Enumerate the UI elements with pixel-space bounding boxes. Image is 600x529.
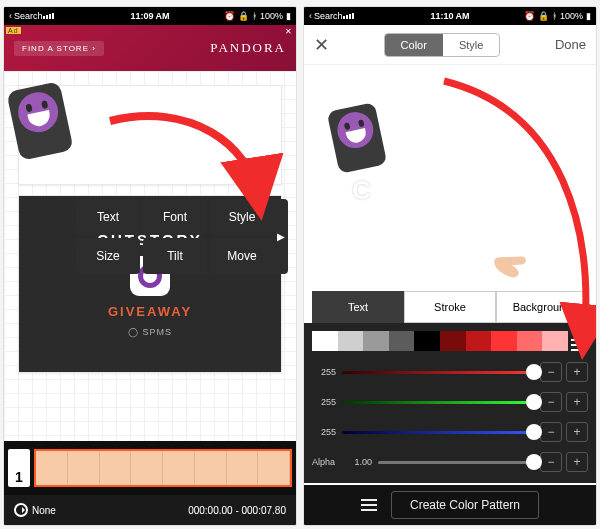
smiley-face-icon bbox=[334, 109, 377, 152]
smiley-face-icon bbox=[14, 88, 61, 135]
battery-icon: ▮ bbox=[586, 11, 591, 21]
minus-button[interactable]: − bbox=[540, 362, 562, 382]
pattern-bar: Create Color Pattern bbox=[304, 485, 596, 525]
red-track[interactable] bbox=[342, 371, 534, 374]
color-style-segment[interactable]: Color Style bbox=[384, 33, 501, 57]
popup-move[interactable]: Move bbox=[210, 238, 274, 274]
alpha-track[interactable] bbox=[378, 461, 534, 464]
status-time: 11:09 AM bbox=[130, 11, 169, 21]
bluetooth-icon: ᚼ bbox=[252, 11, 257, 21]
slider-thumb[interactable] bbox=[526, 424, 542, 440]
slider-red[interactable]: 255 −+ bbox=[312, 359, 588, 385]
left-screen: ‹ Search 11:09 AM ⏰ 🔒 ᚼ 100% ▮ Ad FIND A… bbox=[3, 6, 297, 526]
alarm-icon: ⏰ bbox=[524, 11, 535, 21]
swatch[interactable] bbox=[312, 331, 338, 351]
clip-index[interactable]: 1 bbox=[8, 449, 30, 487]
swatch[interactable] bbox=[338, 331, 364, 351]
plus-button[interactable]: + bbox=[566, 362, 588, 382]
rotation-lock-icon: 🔒 bbox=[538, 11, 549, 21]
green-value: 255 bbox=[312, 397, 336, 407]
plus-button[interactable]: + bbox=[566, 422, 588, 442]
editor-canvas[interactable]: Text Font Style Size Tilt Move ▶ CUTSTOR… bbox=[4, 71, 296, 441]
slider-green[interactable]: 255 −+ bbox=[312, 389, 588, 415]
ad-close-icon[interactable]: ✕ bbox=[284, 27, 294, 37]
battery-icon: ▮ bbox=[286, 11, 291, 21]
popup-size[interactable]: Size bbox=[76, 238, 140, 274]
ad-tag: Ad bbox=[6, 27, 21, 34]
time-range: 000:00.00 - 000:07.80 bbox=[188, 505, 286, 516]
segment-style[interactable]: Style bbox=[443, 34, 499, 56]
status-back[interactable]: ‹ Search bbox=[309, 11, 343, 21]
promo-credit: ◯ SPMS bbox=[128, 327, 172, 337]
slider-thumb[interactable] bbox=[526, 454, 542, 470]
style-header: ✕ Color Style Done bbox=[304, 25, 596, 65]
preview-text[interactable]: C bbox=[352, 175, 371, 206]
minus-button[interactable]: − bbox=[540, 392, 562, 412]
phone-sticker[interactable] bbox=[6, 81, 73, 161]
segment-color[interactable]: Color bbox=[385, 34, 443, 56]
clip-strip[interactable] bbox=[34, 449, 292, 487]
annotation-arrow bbox=[100, 107, 270, 221]
minus-button[interactable]: − bbox=[540, 452, 562, 472]
blue-value: 255 bbox=[312, 427, 336, 437]
status-back[interactable]: ‹ Search bbox=[9, 11, 43, 21]
style-preview[interactable]: C bbox=[304, 65, 596, 291]
signal-icon bbox=[343, 13, 354, 19]
battery-pct: 100% bbox=[560, 11, 583, 21]
rotation-lock-icon: 🔒 bbox=[238, 11, 249, 21]
bottom-bar: None 000:00.00 - 000:07.80 bbox=[4, 495, 296, 525]
ad-brand: PANDORA bbox=[210, 40, 286, 56]
close-icon[interactable]: ✕ bbox=[314, 34, 329, 56]
signal-icon bbox=[43, 13, 54, 19]
plus-button[interactable]: + bbox=[566, 452, 588, 472]
ios-status-bar: ‹ Search 11:09 AM ⏰ 🔒 ᚼ 100% ▮ bbox=[4, 7, 296, 25]
hamburger-icon[interactable] bbox=[361, 499, 377, 511]
green-track[interactable] bbox=[342, 401, 534, 404]
banner-ad[interactable]: Ad FIND A STORE › PANDORA ✕ bbox=[4, 25, 296, 71]
red-value: 255 bbox=[312, 367, 336, 377]
alarm-icon: ⏰ bbox=[224, 11, 235, 21]
right-screen: ‹ Search 11:10 AM ⏰ 🔒 ᚼ 100% ▮ ✕ Color S… bbox=[303, 6, 597, 526]
battery-pct: 100% bbox=[260, 11, 283, 21]
slider-thumb[interactable] bbox=[526, 394, 542, 410]
tab-text[interactable]: Text bbox=[312, 291, 404, 323]
status-time: 11:10 AM bbox=[430, 11, 469, 21]
ad-cta[interactable]: FIND A STORE › bbox=[14, 41, 104, 56]
slider-thumb[interactable] bbox=[526, 364, 542, 380]
alpha-label: Alpha bbox=[312, 457, 340, 467]
blue-track[interactable] bbox=[342, 431, 534, 434]
create-pattern-button[interactable]: Create Color Pattern bbox=[391, 491, 539, 519]
swatch[interactable] bbox=[389, 331, 415, 351]
alpha-value: 1.00 bbox=[346, 457, 372, 467]
undo-button[interactable]: None bbox=[14, 503, 56, 517]
annotation-arrow bbox=[424, 71, 597, 355]
slider-blue[interactable]: 255 −+ bbox=[312, 419, 588, 445]
undo-icon bbox=[14, 503, 28, 517]
minus-button[interactable]: − bbox=[540, 422, 562, 442]
bluetooth-icon: ᚼ bbox=[552, 11, 557, 21]
promo-sub: GIVEAWAY bbox=[108, 304, 192, 319]
popup-tilt[interactable]: Tilt bbox=[143, 238, 207, 274]
ios-status-bar: ‹ Search 11:10 AM ⏰ 🔒 ᚼ 100% ▮ bbox=[304, 7, 596, 25]
slider-alpha[interactable]: Alpha 1.00 −+ bbox=[312, 449, 588, 475]
timeline[interactable]: 1 bbox=[4, 441, 296, 495]
plus-button[interactable]: + bbox=[566, 392, 588, 412]
swatch[interactable] bbox=[363, 331, 389, 351]
done-button[interactable]: Done bbox=[555, 37, 586, 52]
phone-sticker[interactable] bbox=[327, 102, 388, 174]
popup-more-icon[interactable]: ▶ bbox=[274, 199, 288, 274]
